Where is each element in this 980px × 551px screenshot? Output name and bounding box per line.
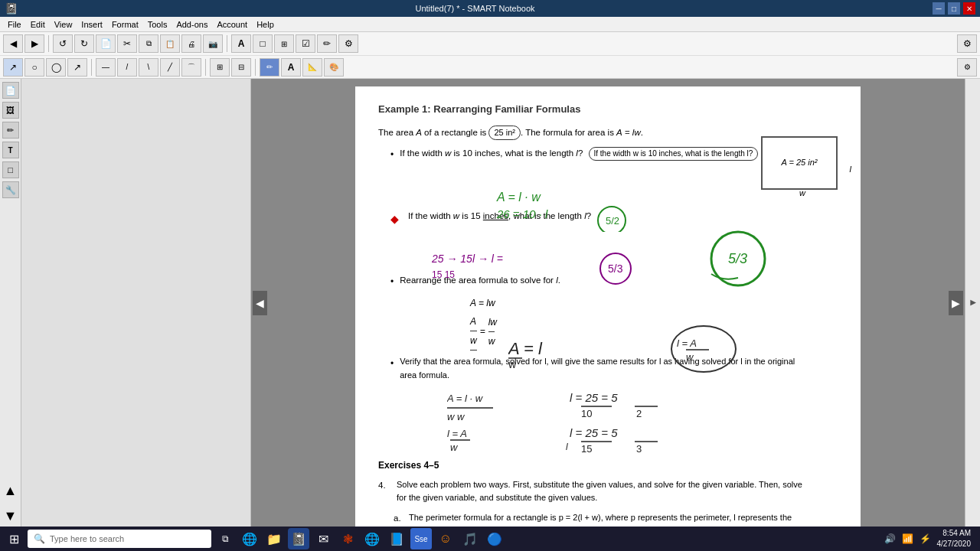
page-next-button[interactable]: ▶ xyxy=(949,291,963,315)
toolbar-row2: ↗ ○ ◯ ↗ — / \ ╱ ⌒ ⊞ ⊟ ✏ A 📐 🎨 ⚙ xyxy=(0,55,980,78)
sidebar-shape-icon[interactable]: □ xyxy=(2,161,19,178)
menu-edit[interactable]: Edit xyxy=(26,18,50,31)
search-placeholder: Type here to search xyxy=(50,534,124,543)
hw-svg-green: 5/3 xyxy=(707,228,769,289)
thumbnail-panel xyxy=(21,79,251,527)
line-tool5[interactable]: ⌒ xyxy=(181,58,201,77)
menu-account[interactable]: Account xyxy=(212,18,252,31)
taskbar-volume-icon: 📶 xyxy=(902,533,913,544)
sidebar-pen-icon[interactable]: ✏ xyxy=(2,122,19,139)
taskbar-app-red[interactable]: ❃ xyxy=(337,528,358,549)
scroll-up-icon[interactable]: ▲ xyxy=(1,480,21,502)
select-tool[interactable]: ↗ xyxy=(3,58,23,77)
sidebar-text-icon[interactable]: T xyxy=(2,142,19,158)
circle-tool[interactable]: ○ xyxy=(24,58,44,77)
exercise-4a: a. The perimeter formula for a rectangle… xyxy=(394,511,838,527)
table-button[interactable]: ⊞ xyxy=(274,34,294,53)
search-bar[interactable]: 🔍 Type here to search xyxy=(28,530,211,548)
taskbar-app-blue[interactable]: 📘 xyxy=(386,528,407,549)
copy-button[interactable]: ⧉ xyxy=(139,34,158,53)
svg-text:w         w: w w xyxy=(447,411,466,422)
taskbar-app-chrome[interactable]: 🌐 xyxy=(361,528,383,549)
task-view-button[interactable]: ⧉ xyxy=(214,528,236,549)
menu-tools[interactable]: Tools xyxy=(143,18,172,31)
hw-svg-1: A = l · w 26 = 10 · l 5/2 xyxy=(493,186,646,232)
undo-button[interactable]: ↺ xyxy=(53,34,73,53)
title-bar: 📓 Untitled(7) * - SMART Notebook ─ □ ✕ xyxy=(0,0,980,17)
box-w-label: w xyxy=(799,187,805,201)
line-tool4[interactable]: ╱ xyxy=(160,58,180,77)
svg-text:15: 15 xyxy=(581,443,592,454)
text-tool[interactable]: A xyxy=(281,58,301,77)
ellipse-tool[interactable]: ◯ xyxy=(46,58,66,77)
menu-addons[interactable]: Add-ons xyxy=(172,18,212,31)
page-prev-button[interactable]: ◀ xyxy=(253,291,267,315)
taskbar-app-green[interactable]: 🎵 xyxy=(459,528,481,549)
pen-color-blue[interactable]: ✏ xyxy=(260,58,279,77)
sidebar-gallery-icon[interactable]: 🖼 xyxy=(2,102,19,119)
svg-text:w: w xyxy=(450,442,459,453)
shape-button[interactable]: □ xyxy=(253,34,273,53)
hw-svg-verify: A = l · w w w l = A w l = 25 = 5 10 2 l … xyxy=(447,385,815,454)
svg-text:5/3: 5/3 xyxy=(608,262,623,275)
menu-file[interactable]: File xyxy=(3,18,26,31)
hw-svg-circle: l = A w xyxy=(669,322,738,376)
print-button[interactable]: 🖨 xyxy=(181,34,201,53)
svg-text:l: l xyxy=(566,442,568,452)
redo-button[interactable]: ↻ xyxy=(74,34,94,53)
line-tool2[interactable]: / xyxy=(117,58,137,77)
line-tool3[interactable]: \ xyxy=(139,58,158,77)
taskbar-app-explorer[interactable]: 📁 xyxy=(263,528,285,549)
svg-text:A = l · w: A = l · w xyxy=(447,393,484,404)
taskbar-app-smartnotebook[interactable]: 📓 xyxy=(288,528,309,549)
box-formula: A = 25 in² xyxy=(782,156,818,170)
taskbar-right: 🔊 📶 ⚡ 8:54 AM 4/27/2020 xyxy=(884,528,978,549)
close-button[interactable]: ✕ xyxy=(963,2,975,15)
ruler-tool[interactable]: 📐 xyxy=(302,58,322,77)
menu-bar: File Edit View Insert Format Tools Add-o… xyxy=(0,17,980,32)
back-button[interactable]: ◀ xyxy=(3,34,23,53)
content-scroll[interactable]: ◀ ▶ Example 1: Rearranging Familiar Form… xyxy=(251,79,965,527)
sidebar-pages-icon[interactable]: 📄 xyxy=(2,82,19,99)
taskbar-app-sse[interactable]: Sse xyxy=(410,528,432,549)
check-button[interactable]: ☑ xyxy=(296,34,315,53)
taskbar-app-mail[interactable]: ✉ xyxy=(312,528,334,549)
menu-insert[interactable]: Insert xyxy=(77,18,107,31)
taskbar-app-orange[interactable]: ☺ xyxy=(435,528,456,549)
hw-math-1: A = l · w 26 = 10 · l 5/2 xyxy=(493,186,646,236)
hw-circle-formula: l = A w xyxy=(669,322,738,380)
maximize-button[interactable]: □ xyxy=(948,2,960,15)
paste-button[interactable]: 📋 xyxy=(160,34,180,53)
svg-text:26 = 10 · l: 26 = 10 · l xyxy=(496,207,548,220)
fill-tool[interactable]: 🎨 xyxy=(324,58,344,77)
start-button[interactable]: ⊞ xyxy=(3,528,24,549)
settings-button[interactable]: ⚙ xyxy=(338,34,358,53)
text-button[interactable]: A xyxy=(231,34,251,53)
arrow-tool[interactable]: ↗ xyxy=(67,58,87,77)
taskbar-app-purple[interactable]: 🔵 xyxy=(484,528,505,549)
svg-text:2: 2 xyxy=(636,408,642,419)
new-button[interactable]: 📄 xyxy=(96,34,116,53)
line-tool1[interactable]: — xyxy=(96,58,116,77)
menu-help[interactable]: Help xyxy=(252,18,279,31)
left-sidebar: 📄 🖼 ✏ T □ 🔧 ▲ ▼ xyxy=(0,79,21,527)
cut-button[interactable]: ✂ xyxy=(117,34,137,53)
pen-button[interactable]: ✏ xyxy=(317,34,337,53)
example-title: Example 1: Rearranging Familiar Formulas xyxy=(378,102,838,118)
menu-format[interactable]: Format xyxy=(107,18,143,31)
zoom-button[interactable]: ⚙ xyxy=(957,58,977,77)
connector-tool[interactable]: ⊟ xyxy=(231,58,251,77)
screenshot-button[interactable]: 📷 xyxy=(203,34,223,53)
grid-tool[interactable]: ⊞ xyxy=(210,58,230,77)
extra-button[interactable]: ⚙ xyxy=(957,34,977,53)
scroll-down-icon[interactable]: ▼ xyxy=(1,505,21,527)
taskbar-app-edge[interactable]: 🌐 xyxy=(239,528,260,549)
svg-text:l = 25  =  5: l = 25 = 5 xyxy=(570,391,618,404)
menu-view[interactable]: View xyxy=(50,18,77,31)
sidebar-tools-icon[interactable]: 🔧 xyxy=(2,181,19,198)
svg-point-13 xyxy=(671,326,736,372)
minimize-button[interactable]: ─ xyxy=(933,2,945,15)
taskbar-wifi-icon: 🔊 xyxy=(884,533,896,544)
forward-button[interactable]: ▶ xyxy=(24,34,44,53)
taskbar-clock: 8:54 AM 4/27/2020 xyxy=(937,528,972,549)
